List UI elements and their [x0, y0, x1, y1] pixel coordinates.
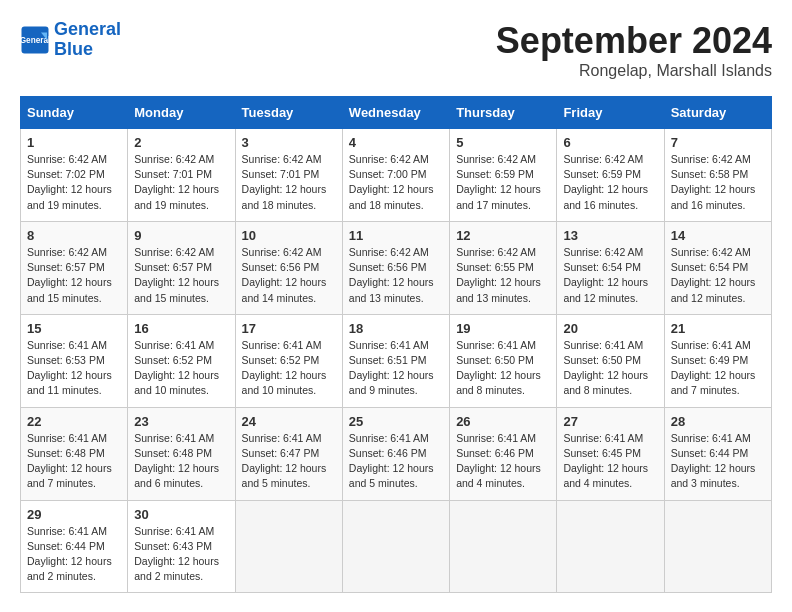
- day-cell: 8Sunrise: 6:42 AM Sunset: 6:57 PM Daylig…: [21, 221, 128, 314]
- day-info: Sunrise: 6:41 AM Sunset: 6:45 PM Dayligh…: [563, 431, 657, 492]
- day-number: 17: [242, 321, 336, 336]
- day-number: 13: [563, 228, 657, 243]
- day-info: Sunrise: 6:41 AM Sunset: 6:52 PM Dayligh…: [134, 338, 228, 399]
- day-number: 21: [671, 321, 765, 336]
- column-header-tuesday: Tuesday: [235, 97, 342, 129]
- week-row-5: 29Sunrise: 6:41 AM Sunset: 6:44 PM Dayli…: [21, 500, 772, 593]
- day-info: Sunrise: 6:42 AM Sunset: 6:57 PM Dayligh…: [27, 245, 121, 306]
- day-number: 24: [242, 414, 336, 429]
- day-number: 8: [27, 228, 121, 243]
- day-number: 12: [456, 228, 550, 243]
- day-info: Sunrise: 6:41 AM Sunset: 6:51 PM Dayligh…: [349, 338, 443, 399]
- logo: General General Blue: [20, 20, 121, 60]
- day-info: Sunrise: 6:42 AM Sunset: 7:00 PM Dayligh…: [349, 152, 443, 213]
- day-number: 28: [671, 414, 765, 429]
- day-cell: 26Sunrise: 6:41 AM Sunset: 6:46 PM Dayli…: [450, 407, 557, 500]
- day-number: 15: [27, 321, 121, 336]
- day-number: 6: [563, 135, 657, 150]
- logo-text: General Blue: [54, 20, 121, 60]
- day-number: 18: [349, 321, 443, 336]
- week-row-2: 8Sunrise: 6:42 AM Sunset: 6:57 PM Daylig…: [21, 221, 772, 314]
- day-cell: [664, 500, 771, 593]
- day-number: 10: [242, 228, 336, 243]
- day-info: Sunrise: 6:41 AM Sunset: 6:50 PM Dayligh…: [563, 338, 657, 399]
- day-info: Sunrise: 6:41 AM Sunset: 6:43 PM Dayligh…: [134, 524, 228, 585]
- day-cell: 13Sunrise: 6:42 AM Sunset: 6:54 PM Dayli…: [557, 221, 664, 314]
- day-cell: 16Sunrise: 6:41 AM Sunset: 6:52 PM Dayli…: [128, 314, 235, 407]
- column-header-monday: Monday: [128, 97, 235, 129]
- day-number: 1: [27, 135, 121, 150]
- day-cell: 25Sunrise: 6:41 AM Sunset: 6:46 PM Dayli…: [342, 407, 449, 500]
- day-info: Sunrise: 6:42 AM Sunset: 6:56 PM Dayligh…: [242, 245, 336, 306]
- day-number: 23: [134, 414, 228, 429]
- day-cell: 11Sunrise: 6:42 AM Sunset: 6:56 PM Dayli…: [342, 221, 449, 314]
- day-info: Sunrise: 6:42 AM Sunset: 6:59 PM Dayligh…: [563, 152, 657, 213]
- day-info: Sunrise: 6:41 AM Sunset: 6:49 PM Dayligh…: [671, 338, 765, 399]
- day-info: Sunrise: 6:42 AM Sunset: 6:55 PM Dayligh…: [456, 245, 550, 306]
- day-cell: 1Sunrise: 6:42 AM Sunset: 7:02 PM Daylig…: [21, 129, 128, 222]
- day-cell: 10Sunrise: 6:42 AM Sunset: 6:56 PM Dayli…: [235, 221, 342, 314]
- day-cell: 14Sunrise: 6:42 AM Sunset: 6:54 PM Dayli…: [664, 221, 771, 314]
- column-header-sunday: Sunday: [21, 97, 128, 129]
- day-cell: 4Sunrise: 6:42 AM Sunset: 7:00 PM Daylig…: [342, 129, 449, 222]
- week-row-3: 15Sunrise: 6:41 AM Sunset: 6:53 PM Dayli…: [21, 314, 772, 407]
- day-number: 14: [671, 228, 765, 243]
- day-cell: 2Sunrise: 6:42 AM Sunset: 7:01 PM Daylig…: [128, 129, 235, 222]
- day-cell: 29Sunrise: 6:41 AM Sunset: 6:44 PM Dayli…: [21, 500, 128, 593]
- column-header-thursday: Thursday: [450, 97, 557, 129]
- day-info: Sunrise: 6:42 AM Sunset: 7:02 PM Dayligh…: [27, 152, 121, 213]
- week-row-1: 1Sunrise: 6:42 AM Sunset: 7:02 PM Daylig…: [21, 129, 772, 222]
- day-info: Sunrise: 6:41 AM Sunset: 6:44 PM Dayligh…: [671, 431, 765, 492]
- day-number: 7: [671, 135, 765, 150]
- day-info: Sunrise: 6:41 AM Sunset: 6:48 PM Dayligh…: [134, 431, 228, 492]
- day-info: Sunrise: 6:41 AM Sunset: 6:53 PM Dayligh…: [27, 338, 121, 399]
- calendar-header-row: SundayMondayTuesdayWednesdayThursdayFrid…: [21, 97, 772, 129]
- day-cell: 24Sunrise: 6:41 AM Sunset: 6:47 PM Dayli…: [235, 407, 342, 500]
- day-number: 5: [456, 135, 550, 150]
- day-cell: 6Sunrise: 6:42 AM Sunset: 6:59 PM Daylig…: [557, 129, 664, 222]
- day-cell: 9Sunrise: 6:42 AM Sunset: 6:57 PM Daylig…: [128, 221, 235, 314]
- day-info: Sunrise: 6:41 AM Sunset: 6:46 PM Dayligh…: [456, 431, 550, 492]
- day-cell: 28Sunrise: 6:41 AM Sunset: 6:44 PM Dayli…: [664, 407, 771, 500]
- column-header-wednesday: Wednesday: [342, 97, 449, 129]
- day-info: Sunrise: 6:41 AM Sunset: 6:46 PM Dayligh…: [349, 431, 443, 492]
- calendar-table: SundayMondayTuesdayWednesdayThursdayFrid…: [20, 96, 772, 593]
- day-cell: [342, 500, 449, 593]
- day-info: Sunrise: 6:42 AM Sunset: 6:54 PM Dayligh…: [671, 245, 765, 306]
- week-row-4: 22Sunrise: 6:41 AM Sunset: 6:48 PM Dayli…: [21, 407, 772, 500]
- day-number: 3: [242, 135, 336, 150]
- day-info: Sunrise: 6:42 AM Sunset: 7:01 PM Dayligh…: [134, 152, 228, 213]
- day-info: Sunrise: 6:41 AM Sunset: 6:44 PM Dayligh…: [27, 524, 121, 585]
- day-cell: 5Sunrise: 6:42 AM Sunset: 6:59 PM Daylig…: [450, 129, 557, 222]
- day-cell: 18Sunrise: 6:41 AM Sunset: 6:51 PM Dayli…: [342, 314, 449, 407]
- day-cell: 22Sunrise: 6:41 AM Sunset: 6:48 PM Dayli…: [21, 407, 128, 500]
- column-header-friday: Friday: [557, 97, 664, 129]
- day-number: 30: [134, 507, 228, 522]
- day-cell: [557, 500, 664, 593]
- column-header-saturday: Saturday: [664, 97, 771, 129]
- day-info: Sunrise: 6:41 AM Sunset: 6:48 PM Dayligh…: [27, 431, 121, 492]
- page-header: General General Blue September 2024 Rong…: [20, 20, 772, 80]
- month-title: September 2024: [496, 20, 772, 62]
- day-info: Sunrise: 6:41 AM Sunset: 6:47 PM Dayligh…: [242, 431, 336, 492]
- day-cell: 21Sunrise: 6:41 AM Sunset: 6:49 PM Dayli…: [664, 314, 771, 407]
- logo-icon: General: [20, 25, 50, 55]
- day-number: 26: [456, 414, 550, 429]
- day-number: 4: [349, 135, 443, 150]
- day-number: 22: [27, 414, 121, 429]
- day-cell: [450, 500, 557, 593]
- day-cell: 12Sunrise: 6:42 AM Sunset: 6:55 PM Dayli…: [450, 221, 557, 314]
- day-number: 16: [134, 321, 228, 336]
- day-info: Sunrise: 6:42 AM Sunset: 6:57 PM Dayligh…: [134, 245, 228, 306]
- day-info: Sunrise: 6:42 AM Sunset: 7:01 PM Dayligh…: [242, 152, 336, 213]
- day-cell: 23Sunrise: 6:41 AM Sunset: 6:48 PM Dayli…: [128, 407, 235, 500]
- day-cell: 17Sunrise: 6:41 AM Sunset: 6:52 PM Dayli…: [235, 314, 342, 407]
- day-cell: 3Sunrise: 6:42 AM Sunset: 7:01 PM Daylig…: [235, 129, 342, 222]
- day-cell: 20Sunrise: 6:41 AM Sunset: 6:50 PM Dayli…: [557, 314, 664, 407]
- day-number: 11: [349, 228, 443, 243]
- day-info: Sunrise: 6:42 AM Sunset: 6:54 PM Dayligh…: [563, 245, 657, 306]
- day-cell: 19Sunrise: 6:41 AM Sunset: 6:50 PM Dayli…: [450, 314, 557, 407]
- day-info: Sunrise: 6:41 AM Sunset: 6:50 PM Dayligh…: [456, 338, 550, 399]
- day-info: Sunrise: 6:42 AM Sunset: 6:58 PM Dayligh…: [671, 152, 765, 213]
- day-cell: 27Sunrise: 6:41 AM Sunset: 6:45 PM Dayli…: [557, 407, 664, 500]
